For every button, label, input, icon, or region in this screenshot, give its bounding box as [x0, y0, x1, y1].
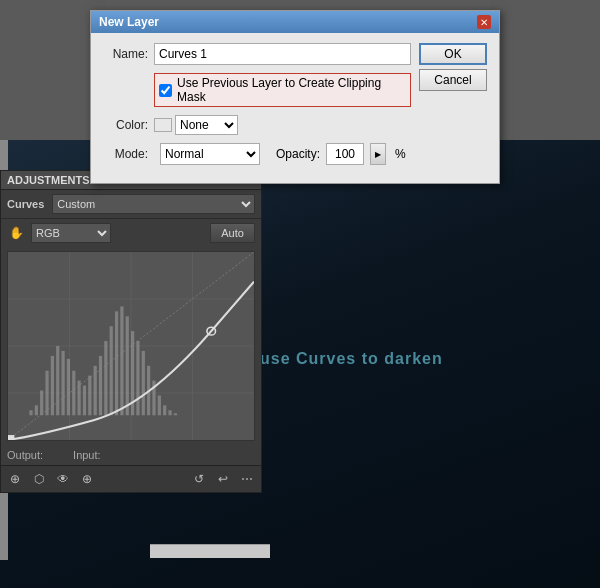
curves-svg [8, 252, 254, 440]
opacity-arrow-button[interactable]: ▶ [370, 143, 386, 165]
mode-label: Mode: [103, 147, 148, 161]
more-icon[interactable]: ⋯ [237, 469, 257, 489]
name-label: Name: [103, 47, 148, 61]
svg-rect-7 [35, 405, 38, 415]
opacity-unit: % [395, 147, 406, 161]
add-icon[interactable]: ⊕ [77, 469, 97, 489]
output-label: Output: [7, 449, 43, 461]
clipping-mask-checkbox[interactable] [159, 84, 172, 97]
dialog-body: Name: Use Previous Layer to Create Clipp… [91, 33, 499, 183]
layers-icon[interactable]: ⬡ [29, 469, 49, 489]
name-row: Name: [103, 43, 411, 65]
bottom-toolbar: ⊕ ⬡ 👁 ⊕ ↺ ↩ ⋯ [1, 465, 261, 492]
svg-rect-16 [83, 386, 86, 416]
dialog-title-bar: New Layer ✕ [91, 11, 499, 33]
bg-caption: use Curves to darken [260, 350, 443, 368]
opacity-input[interactable] [326, 143, 364, 165]
color-label: Color: [103, 118, 148, 132]
input-label: Input: [73, 449, 101, 461]
svg-rect-20 [104, 341, 107, 415]
svg-rect-9 [45, 371, 48, 416]
hand-tool-icon[interactable]: ✋ [7, 226, 25, 240]
preset-select[interactable]: Custom Default Strong Contrast Linear Co… [52, 194, 255, 214]
clipping-mask-row: Use Previous Layer to Create Clipping Ma… [154, 73, 411, 107]
svg-rect-24 [126, 316, 129, 415]
svg-rect-8 [40, 391, 43, 416]
dialog-title-text: New Layer [99, 15, 159, 29]
undo-icon[interactable]: ↩ [213, 469, 233, 489]
svg-rect-23 [120, 306, 123, 415]
svg-rect-36 [8, 435, 14, 440]
color-row: Color: None Red Orange Yellow Green Blue… [103, 115, 411, 135]
eye-icon[interactable]: 👁 [53, 469, 73, 489]
svg-rect-26 [136, 341, 139, 415]
svg-rect-30 [158, 395, 161, 415]
svg-rect-15 [78, 381, 81, 416]
ruler-bottom [150, 544, 270, 558]
name-input[interactable] [154, 43, 411, 65]
svg-rect-31 [163, 405, 166, 415]
adjustments-panel: ADJUSTMENTS << ▼ Curves Custom Default S… [0, 170, 262, 493]
dialog-close-button[interactable]: ✕ [477, 15, 491, 29]
channel-row: ✋ RGB Red Green Blue Auto [1, 219, 261, 247]
output-input-row: Output: Input: [1, 445, 261, 465]
ok-button[interactable]: OK [419, 43, 487, 65]
cancel-button[interactable]: Cancel [419, 69, 487, 91]
auto-button[interactable]: Auto [210, 223, 255, 243]
refresh-icon[interactable]: ↺ [189, 469, 209, 489]
curves-title-row: Curves Custom Default Strong Contrast Li… [1, 190, 261, 219]
svg-rect-13 [67, 359, 70, 415]
color-select[interactable]: None Red Orange Yellow Green Blue Violet… [175, 115, 238, 135]
svg-rect-12 [61, 351, 64, 415]
svg-rect-22 [115, 311, 118, 415]
mode-row: Mode: Normal Dissolve Multiply Screen Ov… [103, 143, 411, 165]
clipping-mask-label: Use Previous Layer to Create Clipping Ma… [177, 76, 406, 104]
adjustments-title: ADJUSTMENTS [7, 174, 90, 186]
svg-rect-19 [99, 356, 102, 415]
svg-rect-17 [88, 376, 91, 416]
curves-graph[interactable] [7, 251, 255, 441]
svg-rect-6 [29, 410, 32, 415]
target-icon[interactable]: ⊕ [5, 469, 25, 489]
dialog-buttons: OK Cancel [419, 43, 487, 91]
color-swatch [154, 118, 172, 132]
opacity-label: Opacity: [276, 147, 320, 161]
curves-title: Curves [7, 198, 44, 210]
svg-rect-21 [110, 326, 113, 415]
svg-rect-11 [56, 346, 59, 415]
svg-rect-14 [72, 371, 75, 416]
svg-rect-32 [168, 410, 171, 415]
channel-select[interactable]: RGB Red Green Blue [31, 223, 111, 243]
new-layer-dialog: New Layer ✕ Name: Use Previous Layer to … [90, 10, 500, 184]
mode-select[interactable]: Normal Dissolve Multiply Screen Overlay [160, 143, 260, 165]
svg-rect-33 [174, 413, 177, 415]
svg-rect-27 [142, 351, 145, 415]
